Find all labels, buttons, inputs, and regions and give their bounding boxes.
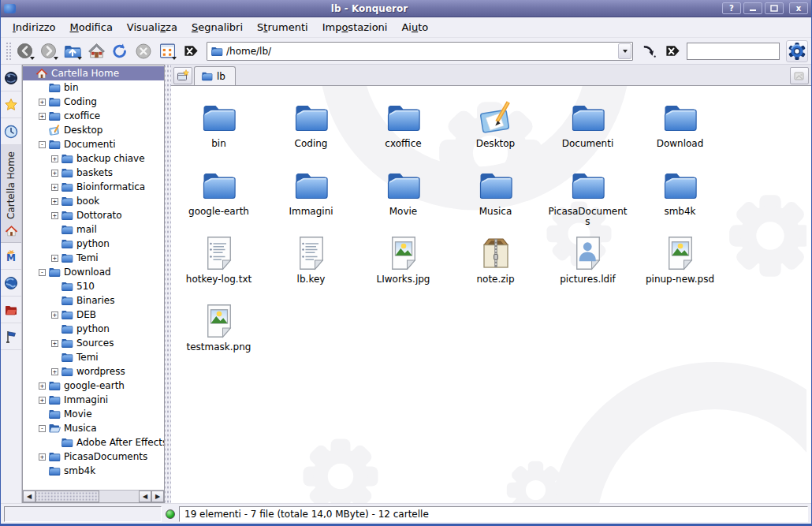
reload-button[interactable] [109,40,131,62]
up-button[interactable] [61,40,84,62]
close-tab-button[interactable] [790,67,809,84]
tree-expander[interactable]: + [39,382,46,390]
sidebar-tab-web[interactable] [1,65,21,91]
file-item-liworks-jpg[interactable]: LIworks.jpg [357,231,449,299]
tree-expander[interactable]: + [51,368,58,375]
tree-item-musica[interactable]: -Musica [23,421,164,435]
tree-expander[interactable]: + [51,340,58,347]
tree-item-baskets[interactable]: +baskets [23,166,164,180]
clear-location-button[interactable] [180,40,202,62]
sidebar-tab-bookmarks[interactable] [1,91,21,118]
panel-splitter[interactable] [165,65,171,503]
sidebar-tab-network[interactable] [1,270,21,297]
file-item-cxoffice[interactable]: cxoffice [357,95,449,163]
tree-expander[interactable]: + [51,311,58,319]
home-button[interactable] [85,40,107,62]
tree-item-dottorato[interactable]: +Dottorato [23,208,164,222]
tree-item-picasadocuments[interactable]: +PicasaDocuments [23,450,164,464]
tree-item-cxoffice[interactable]: +cxoffice [23,109,164,123]
location-input[interactable] [226,46,618,57]
tree-horizontal-scrollbar[interactable]: ◀ ◀ ▶ [23,490,164,502]
tree-expander[interactable]: + [51,255,58,262]
file-item-musica[interactable]: Musica [449,163,542,231]
tree-item-backup-chiave[interactable]: +backup chiave [23,151,164,166]
sidebar-tab-root[interactable] [1,297,21,323]
file-item-testmask-png[interactable]: testmask.png [173,299,265,367]
tree-item-desktop[interactable]: Desktop [23,123,164,137]
scroll-left-button[interactable]: ◀ [23,491,35,502]
file-item-bin[interactable]: bin [173,95,265,163]
menu-aiuto[interactable]: Aiuto [394,18,435,36]
scrollbar-grip[interactable] [35,491,99,502]
tree-item-documenti[interactable]: -Documenti [23,137,164,151]
tree-expander[interactable]: + [39,113,46,120]
file-item-pictures-ldif[interactable]: pictures.ldif [542,231,634,299]
view-mode-button[interactable] [156,40,178,62]
scroll-right-button[interactable]: ▶ [151,491,164,502]
file-item-picasadocuments[interactable]: PicasaDocuments [542,163,634,231]
file-item-desktop[interactable]: Desktop [449,95,542,163]
file-item-google-earth[interactable]: google-earth [173,163,265,231]
tree-item-temi[interactable]: Temi [23,350,164,364]
tree-item-deb[interactable]: +DEB [23,308,164,322]
tree-expander[interactable]: + [51,212,58,219]
tree-item-book[interactable]: +book [23,194,164,208]
file-item-documenti[interactable]: Documenti [542,95,634,163]
tree-item-immagini[interactable]: +Immagini [23,393,164,407]
file-item-hotkey-log-txt[interactable]: hotkey-log.txt [173,231,265,299]
tree-item-python[interactable]: python [23,237,164,251]
search-input[interactable] [687,43,780,60]
tree-item-bioinformatica[interactable]: +Bioinformatica [23,180,164,194]
tree-expander[interactable]: - [39,269,46,276]
tab-lb[interactable]: lb [194,66,236,85]
forward-button[interactable] [38,40,60,62]
tree-expander[interactable]: - [39,425,46,432]
scroll-left-button-2[interactable]: ◀ [139,491,151,502]
menu-visualizza[interactable]: Visualizza [120,18,184,36]
tree-expander[interactable]: + [39,397,46,404]
tree-expander[interactable]: + [51,155,58,162]
tree-expander[interactable]: + [51,184,58,191]
menu-modifica[interactable]: Modifica [63,18,120,36]
file-item-pinup-new-psd[interactable]: pinup-new.psd [634,231,726,299]
tree-expander[interactable]: + [51,170,58,177]
tree-item-bin[interactable]: bin [23,80,164,95]
tree-expander[interactable]: + [39,453,46,461]
tree-item-movie[interactable]: Movie [23,407,164,421]
file-item-movie[interactable]: Movie [357,163,449,231]
new-tab-button[interactable] [173,67,192,84]
tree-item-cartella-home[interactable]: Cartella Home [23,66,164,80]
menu-strumenti[interactable]: Strumenti [250,18,315,36]
tree-expander[interactable]: + [39,99,46,106]
scrollbar-track[interactable] [35,491,139,502]
clear-search-button[interactable] [661,40,683,62]
file-item-immagini[interactable]: Immagini [265,163,357,231]
toolbar-handle[interactable] [6,42,11,61]
menu-impostazioni[interactable]: Impostazioni [315,18,395,36]
location-dropdown-button[interactable] [618,43,631,59]
file-item-lb-key[interactable]: lb.key [265,231,357,299]
stop-button[interactable] [132,40,155,62]
minimize-button[interactable] [743,2,762,14]
tree-item-mail[interactable]: mail [23,222,164,237]
menu-indirizzo[interactable]: Indirizzo [6,18,63,36]
go-button[interactable] [638,40,660,62]
tree-item-510[interactable]: 510 [23,279,164,293]
sidebar-tab-metabar[interactable] [1,243,21,270]
tree-item-python[interactable]: python [23,322,164,336]
back-button[interactable] [14,40,36,62]
tree-item-download[interactable]: -Download [23,265,164,279]
tree-item-temi[interactable]: +Temi [23,251,164,265]
sidebar-tab-history[interactable] [1,118,21,145]
tree-expander[interactable]: - [39,141,46,148]
tree-item-binaries[interactable]: Binaries [23,293,164,308]
file-item-smb4k[interactable]: smb4k [634,163,726,231]
tree-item-adobe-after-effects-7[interactable]: Adobe After Effects 7 [23,435,164,450]
tree-item-wordpress[interactable]: +wordpress [23,364,164,379]
help-button[interactable]: ? [722,2,741,14]
title-bar[interactable]: lb - Konqueror ? x [1,0,811,17]
sidebar-tab-services[interactable] [1,323,21,350]
file-item-note-zip[interactable]: note.zip [449,231,542,299]
sidebar-tab-home-active[interactable]: Cartella Home [1,145,21,243]
tree-expander[interactable]: + [51,198,58,205]
